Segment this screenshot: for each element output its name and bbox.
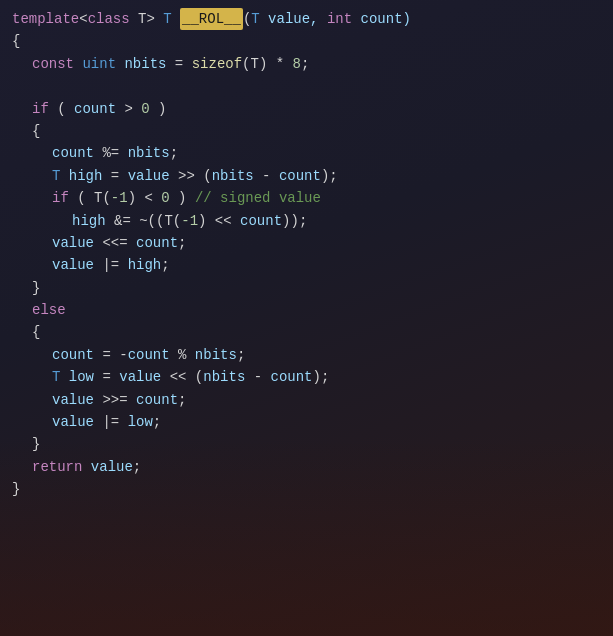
code-token: // signed value [195, 187, 321, 209]
code-line: value |= low; [0, 411, 613, 433]
code-token: = [166, 53, 191, 75]
code-token: ( T( [69, 187, 111, 209]
code-token: ) << [198, 210, 240, 232]
code-token: { [32, 120, 40, 142]
code-token: > [116, 98, 141, 120]
code-line: else [0, 299, 613, 321]
code-token: } [12, 478, 20, 500]
code-token: ) [150, 98, 167, 120]
code-token: ; [237, 344, 245, 366]
code-line: if ( T(-1) < 0 ) // signed value [0, 187, 613, 209]
code-line: { [0, 30, 613, 52]
code-token: ) [170, 187, 195, 209]
code-token: T [52, 165, 60, 187]
code-token: return [32, 456, 82, 478]
code-token: &= ~((T( [106, 210, 182, 232]
code-token [74, 53, 82, 75]
code-token: < [79, 8, 87, 30]
code-token: low [69, 366, 94, 388]
code-token: value [52, 411, 94, 433]
code-token: value [91, 456, 133, 478]
code-token: count [74, 98, 116, 120]
code-token: %= [94, 142, 128, 164]
code-line: high &= ~((T(-1) << count)); [0, 210, 613, 232]
code-token: - [254, 165, 279, 187]
code-token: value [52, 389, 94, 411]
code-token: |= [94, 254, 128, 276]
code-line: { [0, 120, 613, 142]
code-token: )); [282, 210, 307, 232]
code-token: value [52, 232, 94, 254]
code-token: <<= [94, 232, 136, 254]
code-token: nbits [203, 366, 245, 388]
code-line: { [0, 321, 613, 343]
code-token [172, 8, 180, 30]
code-line: value >>= count; [0, 389, 613, 411]
code-token: } [32, 277, 40, 299]
code-token: nbits [195, 344, 237, 366]
code-token: -1 [181, 210, 198, 232]
code-token: const [32, 53, 74, 75]
code-token: count [52, 344, 94, 366]
code-line: } [0, 433, 613, 455]
code-token: 0 [161, 187, 169, 209]
code-token: ( [243, 8, 251, 30]
code-editor: template<class T> T __ROL__(T value, int… [0, 0, 613, 636]
code-token: ; [301, 53, 309, 75]
code-token: nbits [212, 165, 254, 187]
code-line: count %= nbits; [0, 142, 613, 164]
code-token: T> [130, 8, 164, 30]
code-token: >> ( [170, 165, 212, 187]
code-token: value [119, 366, 161, 388]
code-token: 8 [293, 53, 301, 75]
code-token: ); [313, 366, 330, 388]
code-token: count) [352, 8, 411, 30]
code-token: ; [178, 389, 186, 411]
code-token: int [327, 8, 352, 30]
code-token: class [88, 8, 130, 30]
code-token: ; [170, 142, 178, 164]
code-token: else [32, 299, 66, 321]
code-token: low [128, 411, 153, 433]
code-token: % [170, 344, 195, 366]
code-token: { [32, 321, 40, 343]
code-token: nbits [128, 142, 170, 164]
code-token [116, 53, 124, 75]
code-token: ; [133, 456, 141, 478]
code-token: count [128, 344, 170, 366]
code-token: ) < [128, 187, 162, 209]
highlighted-token: __ROL__ [180, 8, 243, 30]
code-token [60, 165, 68, 187]
code-token: ; [161, 254, 169, 276]
code-token: value, [260, 8, 327, 30]
code-token: ( [49, 98, 74, 120]
code-token: ); [321, 165, 338, 187]
code-line: T low = value << (nbits - count); [0, 366, 613, 388]
code-token: >>= [94, 389, 136, 411]
code-token: high [69, 165, 103, 187]
code-token: - [245, 366, 270, 388]
code-token: count [240, 210, 282, 232]
code-token: T [52, 366, 60, 388]
code-line: if ( count > 0 ) [0, 98, 613, 120]
code-token [82, 456, 90, 478]
code-token: << ( [161, 366, 203, 388]
code-line: template<class T> T __ROL__(T value, int… [0, 8, 613, 30]
code-token: T [163, 8, 171, 30]
code-line: value <<= count; [0, 232, 613, 254]
code-token: high [128, 254, 162, 276]
code-token: value [128, 165, 170, 187]
code-token: if [32, 98, 49, 120]
code-token: = [94, 366, 119, 388]
code-token: uint [82, 53, 116, 75]
code-token: value [52, 254, 94, 276]
code-line: return value; [0, 456, 613, 478]
code-line: } [0, 478, 613, 500]
code-token: } [32, 433, 40, 455]
code-token: if [52, 187, 69, 209]
code-token: ; [153, 411, 161, 433]
code-line: count = -count % nbits; [0, 344, 613, 366]
code-token: -1 [111, 187, 128, 209]
code-line: value |= high; [0, 254, 613, 276]
code-token: = [102, 165, 127, 187]
